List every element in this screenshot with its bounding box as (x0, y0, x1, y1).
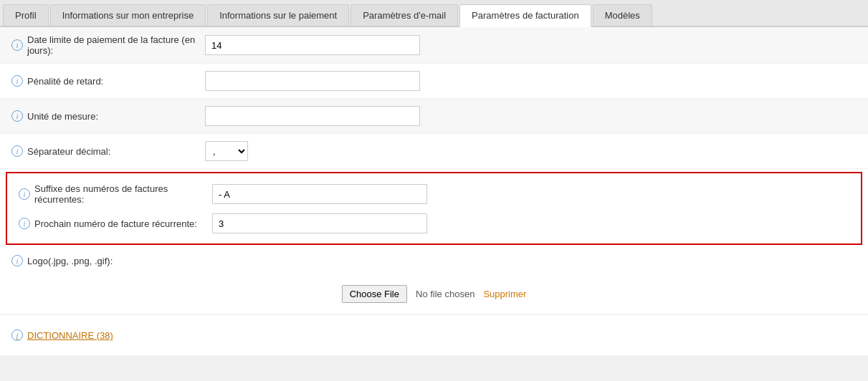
label-penalite: i Pénalité de retard: (11, 75, 205, 87)
input-wrapper-prochain (212, 213, 849, 233)
choose-file-button[interactable]: Choose File (342, 285, 407, 303)
label-logo: i Logo(.jpg, .png, .gif): (11, 255, 205, 266)
row-prochain: i Prochain numéro de facture récurrente: (13, 209, 855, 238)
tab-entreprise[interactable]: Informations sur mon entreprise (50, 4, 206, 26)
tab-email[interactable]: Paramètres d'e-mail (350, 4, 458, 26)
row-logo: i Logo(.jpg, .png, .gif): (0, 248, 868, 274)
text-logo: Logo(.jpg, .png, .gif): (27, 256, 113, 266)
select-separateur[interactable]: , . (205, 141, 248, 161)
highlighted-section: i Suffixe des numéros de factures récurr… (6, 172, 862, 245)
input-unite[interactable] (205, 106, 420, 126)
label-date-limite: i Date limite de paiement de la facture … (11, 34, 205, 56)
text-separateur: Séparateur décimal: (27, 146, 110, 157)
help-icon-separateur[interactable]: i (11, 145, 23, 157)
label-unite: i Unité de mesure: (11, 110, 205, 122)
text-date-limite: Date limite de paiement de la facture (e… (27, 34, 205, 56)
input-suffixe[interactable] (212, 184, 427, 204)
row-penalite: i Pénalité de retard: (0, 64, 868, 99)
dictionary-link[interactable]: i DICTIONNAIRE (38) (0, 321, 868, 349)
tab-modeles[interactable]: Modèles (593, 4, 652, 26)
label-suffixe: i Suffixe des numéros de factures récurr… (19, 183, 212, 205)
help-icon-prochain[interactable]: i (19, 218, 30, 229)
input-wrapper-suffixe (212, 184, 849, 204)
text-prochain: Prochain numéro de facture récurrente: (34, 218, 197, 229)
tab-paiement[interactable]: Informations sur le paiement (207, 4, 349, 26)
input-wrapper-separateur: , . (205, 141, 857, 161)
content-area: i Date limite de paiement de la facture … (0, 27, 868, 355)
input-wrapper-unite (205, 106, 857, 126)
input-wrapper-penalite (205, 71, 857, 91)
text-unite: Unité de mesure: (27, 111, 98, 122)
no-file-text: No file chosen (416, 289, 474, 299)
row-suffixe: i Suffixe des numéros de factures récurr… (13, 179, 855, 209)
help-icon-dictionary: i (11, 329, 23, 341)
help-icon-logo[interactable]: i (11, 255, 23, 266)
input-prochain[interactable] (212, 213, 427, 233)
bottom-section: i DICTIONNAIRE (38) (0, 314, 868, 355)
label-separateur: i Séparateur décimal: (11, 145, 205, 157)
text-penalite: Pénalité de retard: (27, 76, 103, 87)
help-icon-penalite[interactable]: i (11, 75, 23, 87)
file-upload-area: Choose File No file chosen Supprimer (0, 274, 868, 314)
tab-bar: Profil Informations sur mon entreprise I… (0, 0, 868, 27)
text-suffixe: Suffixe des numéros de factures récurren… (34, 183, 212, 205)
help-icon-date-limite[interactable]: i (11, 39, 23, 51)
input-penalite[interactable] (205, 71, 420, 91)
label-prochain: i Prochain numéro de facture récurrente: (19, 218, 212, 229)
dictionary-text[interactable]: DICTIONNAIRE (38) (27, 330, 113, 341)
row-unite: i Unité de mesure: (0, 99, 868, 134)
row-separateur: i Séparateur décimal: , . (0, 134, 868, 169)
input-wrapper-date-limite (205, 35, 857, 55)
tab-profil[interactable]: Profil (3, 4, 49, 26)
tab-facturation[interactable]: Paramètres de facturation (459, 4, 591, 27)
input-date-limite[interactable] (205, 35, 420, 55)
help-icon-unite[interactable]: i (11, 110, 23, 122)
supprimer-link[interactable]: Supprimer (483, 289, 526, 299)
row-date-limite: i Date limite de paiement de la facture … (0, 27, 868, 64)
help-icon-suffixe[interactable]: i (19, 188, 30, 200)
